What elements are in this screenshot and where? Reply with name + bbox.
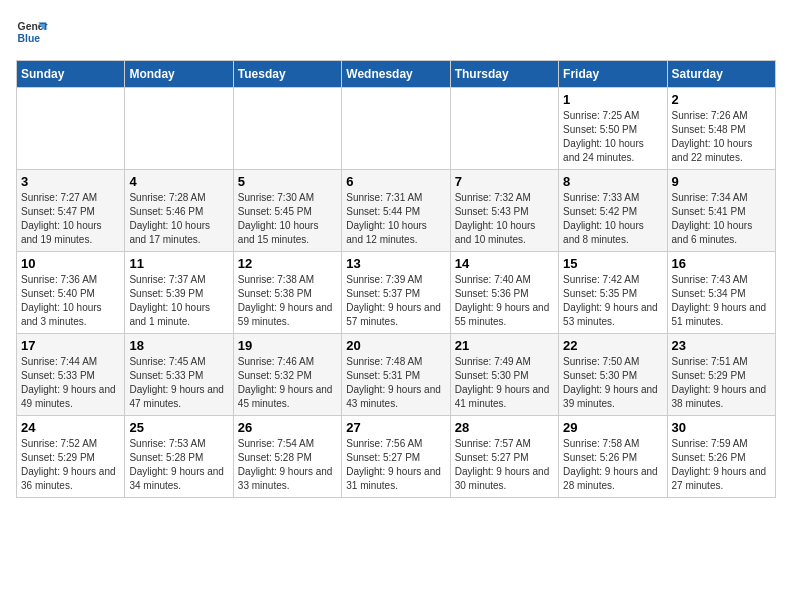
calendar-cell: 24Sunrise: 7:52 AM Sunset: 5:29 PM Dayli… [17,416,125,498]
day-number: 29 [563,420,662,435]
day-info: Sunrise: 7:26 AM Sunset: 5:48 PM Dayligh… [672,109,771,165]
day-number: 7 [455,174,554,189]
day-number: 6 [346,174,445,189]
calendar-week-3: 10Sunrise: 7:36 AM Sunset: 5:40 PM Dayli… [17,252,776,334]
calendar-cell: 22Sunrise: 7:50 AM Sunset: 5:30 PM Dayli… [559,334,667,416]
calendar-cell [125,88,233,170]
day-info: Sunrise: 7:34 AM Sunset: 5:41 PM Dayligh… [672,191,771,247]
day-number: 15 [563,256,662,271]
day-number: 2 [672,92,771,107]
calendar-cell: 8Sunrise: 7:33 AM Sunset: 5:42 PM Daylig… [559,170,667,252]
calendar-week-5: 24Sunrise: 7:52 AM Sunset: 5:29 PM Dayli… [17,416,776,498]
calendar-cell: 28Sunrise: 7:57 AM Sunset: 5:27 PM Dayli… [450,416,558,498]
calendar-cell [233,88,341,170]
day-number: 14 [455,256,554,271]
day-info: Sunrise: 7:32 AM Sunset: 5:43 PM Dayligh… [455,191,554,247]
day-number: 30 [672,420,771,435]
day-number: 27 [346,420,445,435]
calendar-cell: 9Sunrise: 7:34 AM Sunset: 5:41 PM Daylig… [667,170,775,252]
day-info: Sunrise: 7:25 AM Sunset: 5:50 PM Dayligh… [563,109,662,165]
day-info: Sunrise: 7:40 AM Sunset: 5:36 PM Dayligh… [455,273,554,329]
weekday-header-monday: Monday [125,61,233,88]
calendar-cell: 14Sunrise: 7:40 AM Sunset: 5:36 PM Dayli… [450,252,558,334]
calendar-cell: 7Sunrise: 7:32 AM Sunset: 5:43 PM Daylig… [450,170,558,252]
calendar-week-2: 3Sunrise: 7:27 AM Sunset: 5:47 PM Daylig… [17,170,776,252]
calendar-cell: 6Sunrise: 7:31 AM Sunset: 5:44 PM Daylig… [342,170,450,252]
calendar-cell: 25Sunrise: 7:53 AM Sunset: 5:28 PM Dayli… [125,416,233,498]
day-info: Sunrise: 7:50 AM Sunset: 5:30 PM Dayligh… [563,355,662,411]
day-info: Sunrise: 7:56 AM Sunset: 5:27 PM Dayligh… [346,437,445,493]
calendar-cell: 10Sunrise: 7:36 AM Sunset: 5:40 PM Dayli… [17,252,125,334]
day-number: 11 [129,256,228,271]
calendar-cell: 1Sunrise: 7:25 AM Sunset: 5:50 PM Daylig… [559,88,667,170]
weekday-header-thursday: Thursday [450,61,558,88]
day-number: 18 [129,338,228,353]
day-number: 16 [672,256,771,271]
weekday-header-tuesday: Tuesday [233,61,341,88]
day-number: 20 [346,338,445,353]
day-number: 23 [672,338,771,353]
day-info: Sunrise: 7:42 AM Sunset: 5:35 PM Dayligh… [563,273,662,329]
logo-icon: General Blue [16,16,48,48]
calendar-cell [17,88,125,170]
day-info: Sunrise: 7:59 AM Sunset: 5:26 PM Dayligh… [672,437,771,493]
calendar-cell: 16Sunrise: 7:43 AM Sunset: 5:34 PM Dayli… [667,252,775,334]
day-number: 3 [21,174,120,189]
day-number: 25 [129,420,228,435]
day-info: Sunrise: 7:49 AM Sunset: 5:30 PM Dayligh… [455,355,554,411]
day-number: 21 [455,338,554,353]
calendar-cell: 5Sunrise: 7:30 AM Sunset: 5:45 PM Daylig… [233,170,341,252]
calendar-cell: 2Sunrise: 7:26 AM Sunset: 5:48 PM Daylig… [667,88,775,170]
day-info: Sunrise: 7:28 AM Sunset: 5:46 PM Dayligh… [129,191,228,247]
calendar-cell: 15Sunrise: 7:42 AM Sunset: 5:35 PM Dayli… [559,252,667,334]
day-number: 9 [672,174,771,189]
day-info: Sunrise: 7:45 AM Sunset: 5:33 PM Dayligh… [129,355,228,411]
logo: General Blue [16,16,52,48]
day-info: Sunrise: 7:31 AM Sunset: 5:44 PM Dayligh… [346,191,445,247]
day-info: Sunrise: 7:37 AM Sunset: 5:39 PM Dayligh… [129,273,228,329]
day-info: Sunrise: 7:30 AM Sunset: 5:45 PM Dayligh… [238,191,337,247]
calendar-cell: 4Sunrise: 7:28 AM Sunset: 5:46 PM Daylig… [125,170,233,252]
weekday-header-saturday: Saturday [667,61,775,88]
day-info: Sunrise: 7:53 AM Sunset: 5:28 PM Dayligh… [129,437,228,493]
day-info: Sunrise: 7:39 AM Sunset: 5:37 PM Dayligh… [346,273,445,329]
calendar-header-row: SundayMondayTuesdayWednesdayThursdayFrid… [17,61,776,88]
day-number: 10 [21,256,120,271]
day-number: 19 [238,338,337,353]
day-info: Sunrise: 7:46 AM Sunset: 5:32 PM Dayligh… [238,355,337,411]
day-number: 8 [563,174,662,189]
day-info: Sunrise: 7:27 AM Sunset: 5:47 PM Dayligh… [21,191,120,247]
calendar-cell [450,88,558,170]
day-info: Sunrise: 7:36 AM Sunset: 5:40 PM Dayligh… [21,273,120,329]
day-info: Sunrise: 7:38 AM Sunset: 5:38 PM Dayligh… [238,273,337,329]
day-info: Sunrise: 7:44 AM Sunset: 5:33 PM Dayligh… [21,355,120,411]
day-number: 17 [21,338,120,353]
calendar-cell: 17Sunrise: 7:44 AM Sunset: 5:33 PM Dayli… [17,334,125,416]
day-info: Sunrise: 7:54 AM Sunset: 5:28 PM Dayligh… [238,437,337,493]
calendar-cell: 13Sunrise: 7:39 AM Sunset: 5:37 PM Dayli… [342,252,450,334]
calendar-cell: 26Sunrise: 7:54 AM Sunset: 5:28 PM Dayli… [233,416,341,498]
calendar-cell: 29Sunrise: 7:58 AM Sunset: 5:26 PM Dayli… [559,416,667,498]
day-number: 4 [129,174,228,189]
calendar-cell: 30Sunrise: 7:59 AM Sunset: 5:26 PM Dayli… [667,416,775,498]
calendar-table: SundayMondayTuesdayWednesdayThursdayFrid… [16,60,776,498]
day-number: 5 [238,174,337,189]
calendar-cell: 3Sunrise: 7:27 AM Sunset: 5:47 PM Daylig… [17,170,125,252]
day-info: Sunrise: 7:48 AM Sunset: 5:31 PM Dayligh… [346,355,445,411]
calendar-cell: 23Sunrise: 7:51 AM Sunset: 5:29 PM Dayli… [667,334,775,416]
day-number: 12 [238,256,337,271]
day-info: Sunrise: 7:57 AM Sunset: 5:27 PM Dayligh… [455,437,554,493]
day-number: 28 [455,420,554,435]
weekday-header-friday: Friday [559,61,667,88]
day-number: 22 [563,338,662,353]
day-info: Sunrise: 7:43 AM Sunset: 5:34 PM Dayligh… [672,273,771,329]
calendar-cell: 11Sunrise: 7:37 AM Sunset: 5:39 PM Dayli… [125,252,233,334]
calendar-cell: 27Sunrise: 7:56 AM Sunset: 5:27 PM Dayli… [342,416,450,498]
day-number: 24 [21,420,120,435]
page-header: General Blue [16,16,776,48]
weekday-header-wednesday: Wednesday [342,61,450,88]
calendar-cell [342,88,450,170]
day-info: Sunrise: 7:52 AM Sunset: 5:29 PM Dayligh… [21,437,120,493]
calendar-cell: 19Sunrise: 7:46 AM Sunset: 5:32 PM Dayli… [233,334,341,416]
calendar-cell: 18Sunrise: 7:45 AM Sunset: 5:33 PM Dayli… [125,334,233,416]
